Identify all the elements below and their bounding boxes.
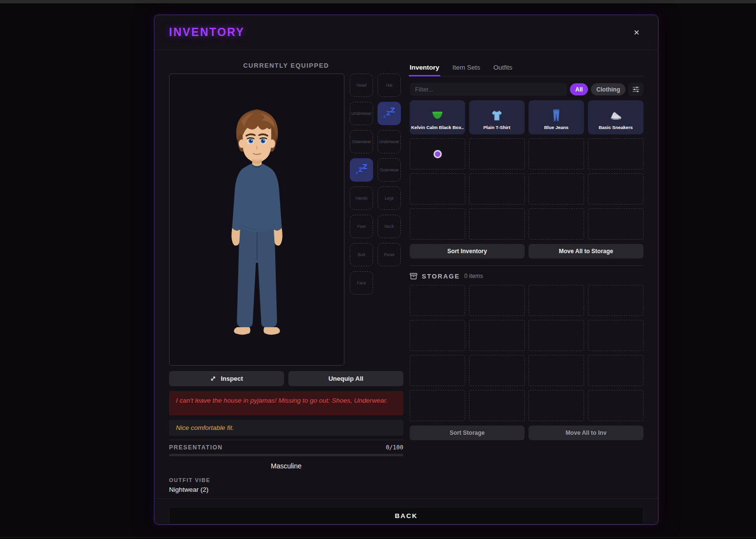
- empty-slot[interactable]: [469, 320, 525, 351]
- move-all-to-storage-button[interactable]: Move All to Storage: [529, 244, 643, 259]
- empty-slot[interactable]: [588, 208, 643, 240]
- sleepwear-icon: z Z Z: [354, 162, 369, 178]
- sort-storage-button[interactable]: Sort Storage: [410, 426, 525, 440]
- empty-slot[interactable]: [529, 390, 584, 421]
- empty-slot[interactable]: [469, 208, 525, 240]
- character-portrait: [169, 74, 344, 366]
- filter-input[interactable]: [410, 83, 567, 96]
- tshirt-icon: [491, 107, 503, 124]
- divider: [169, 440, 403, 440]
- equip-slot-feet[interactable]: Feet: [350, 215, 373, 238]
- empty-slot[interactable]: [410, 355, 465, 386]
- empty-slot[interactable]: [469, 138, 525, 169]
- presentation-row: PRESENTATION 0/100: [169, 444, 403, 451]
- equipment-slots: Head Hat Underwear z Z Z Outerwear Under…: [350, 74, 401, 366]
- equip-slot-sleepwear-bottom[interactable]: z Z Z: [350, 158, 373, 182]
- empty-slot[interactable]: [469, 173, 525, 204]
- item-kelvin-calm-black-boxers[interactable]: Kelvin Calm Black Box...: [410, 100, 465, 134]
- modal-body: CURRENTLY EQUIPPED: [154, 50, 658, 498]
- empty-slot[interactable]: [529, 208, 584, 240]
- equip-slot-outerwear-bottom[interactable]: Outerwear: [378, 158, 401, 182]
- equip-slot-butt[interactable]: Butt: [350, 243, 373, 266]
- equip-slot-legs[interactable]: Legs: [378, 186, 401, 210]
- equip-slot-head[interactable]: Head: [350, 74, 373, 97]
- outfit-vibe-value: Nightwear (2): [169, 486, 403, 493]
- inspect-button[interactable]: Inspect: [169, 371, 284, 386]
- back-button[interactable]: BACK: [169, 507, 643, 524]
- filter-all-button[interactable]: All: [570, 83, 588, 95]
- empty-slot[interactable]: [469, 285, 525, 316]
- tab-outfits[interactable]: Outfits: [493, 64, 512, 71]
- empty-slot[interactable]: [469, 390, 525, 421]
- equip-slot-outerwear-top[interactable]: Outerwear: [350, 130, 373, 153]
- storage-actions: Sort Storage Move All to Inv: [410, 426, 643, 440]
- equip-row: Head Hat Underwear z Z Z Outerwear Under…: [169, 74, 403, 366]
- jeans-icon: [552, 107, 561, 124]
- empty-slot[interactable]: [529, 138, 584, 169]
- close-icon[interactable]: ✕: [633, 28, 640, 37]
- empty-slot[interactable]: [588, 138, 643, 169]
- svg-text:z: z: [383, 114, 386, 119]
- empty-slot[interactable]: [410, 285, 465, 316]
- storage-count: 0 items: [464, 273, 483, 279]
- unequip-all-label: Unequip All: [328, 375, 363, 382]
- storage-header: STORAGE 0 items: [410, 272, 643, 280]
- item-blue-jeans[interactable]: Blue Jeans: [529, 100, 584, 134]
- filter-clothing-button[interactable]: Clothing: [591, 83, 625, 95]
- move-all-to-inv-button[interactable]: Move All to Inv: [529, 426, 643, 440]
- character-sprite: [209, 99, 304, 353]
- unequip-all-button[interactable]: Unequip All: [288, 371, 403, 386]
- tab-item-sets[interactable]: Item Sets: [453, 64, 480, 71]
- empty-slot[interactable]: [588, 320, 643, 351]
- tab-inventory[interactable]: Inventory: [410, 64, 439, 71]
- empty-slot[interactable]: [529, 285, 584, 316]
- page-title: INVENTORY: [169, 26, 245, 39]
- empty-slot[interactable]: [410, 173, 465, 204]
- empty-slot[interactable]: [410, 390, 465, 421]
- inventory-modal: INVENTORY ✕ CURRENTLY EQUIPPED: [154, 15, 659, 525]
- equip-slot-neck[interactable]: Neck: [378, 215, 401, 238]
- filter-settings-button[interactable]: [628, 83, 643, 96]
- sort-inventory-button[interactable]: Sort Inventory: [410, 244, 525, 259]
- empty-slot[interactable]: [588, 173, 643, 204]
- equip-slot-face[interactable]: Face: [350, 271, 373, 295]
- modal-footer: BACK: [154, 498, 658, 524]
- empty-slot[interactable]: [410, 320, 465, 351]
- sleepwear-icon: z Z Z: [381, 106, 397, 121]
- presentation-bar: [169, 454, 403, 456]
- inventory-panel: Inventory Item Sets Outfits All Clothing: [410, 50, 643, 498]
- equip-slot-penis[interactable]: Penis: [378, 243, 401, 266]
- empty-slot[interactable]: [529, 173, 584, 204]
- equip-slot-underwear-bottom[interactable]: Underwear: [378, 130, 401, 153]
- empty-slot[interactable]: [529, 355, 584, 386]
- item-slot-loading[interactable]: [410, 138, 465, 169]
- outfit-vibe-label: OUTFIT VIBE: [169, 477, 403, 483]
- item-plain-t-shirt[interactable]: Plain T-Shirt: [469, 100, 525, 134]
- equip-slot-hat[interactable]: Hat: [378, 74, 401, 97]
- tab-bar: Inventory Item Sets Outfits: [410, 64, 643, 76]
- comfort-message: Nice comfortable fit.: [169, 420, 403, 436]
- equip-slot-underwear-top[interactable]: Underwear: [350, 102, 373, 125]
- briefs-icon: [431, 107, 444, 124]
- svg-text:Z: Z: [362, 163, 367, 170]
- outfit-warning-message: I can't leave the house in pyjamas! Miss…: [169, 391, 403, 415]
- empty-slot[interactable]: [410, 208, 465, 240]
- empty-slot[interactable]: [588, 390, 643, 421]
- equip-slot-hands[interactable]: Hands: [350, 186, 373, 210]
- inventory-grid: Kelvin Calm Black Box... Plain T-Shirt: [410, 100, 643, 240]
- portrait-actions: Inspect Unequip All: [169, 371, 403, 386]
- empty-slot[interactable]: [469, 355, 525, 386]
- empty-slot[interactable]: [529, 320, 584, 351]
- equip-slot-sleepwear-top[interactable]: z Z Z: [378, 102, 401, 125]
- svg-text:Z: Z: [390, 106, 395, 114]
- svg-text:z: z: [356, 170, 358, 175]
- item-basic-sneakers[interactable]: Basic Sneakers: [588, 100, 643, 134]
- orb-icon: [434, 150, 442, 158]
- screen: INVENTORY ✕ CURRENTLY EQUIPPED: [0, 0, 756, 539]
- presentation-value: 0/100: [386, 444, 403, 451]
- empty-slot[interactable]: [588, 285, 643, 316]
- sneaker-icon: [609, 107, 623, 124]
- equipped-panel: CURRENTLY EQUIPPED: [169, 50, 403, 498]
- storage-title: STORAGE: [422, 273, 460, 280]
- empty-slot[interactable]: [588, 355, 643, 386]
